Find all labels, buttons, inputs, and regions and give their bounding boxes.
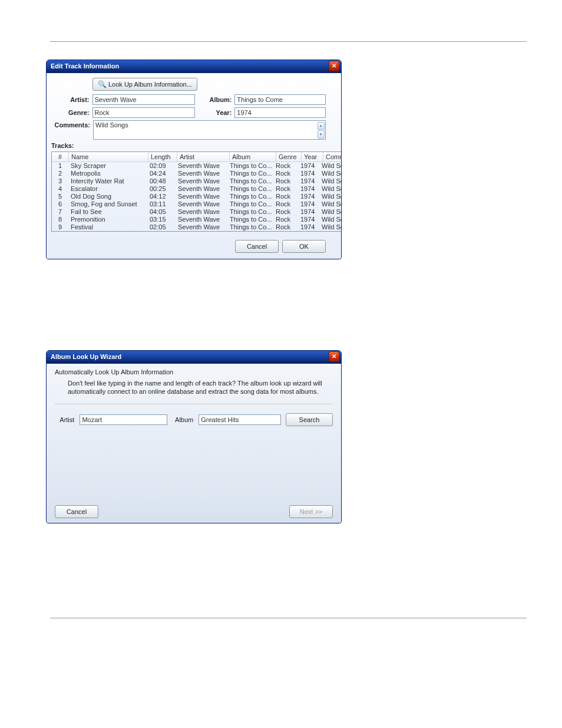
col-album[interactable]: Album [230, 152, 276, 162]
tracks-body[interactable]: 1Sky Scraper02:09Seventh WaveThings to C… [52, 162, 342, 231]
table-row[interactable]: 7Fail to See04:05Seventh WaveThings to C… [52, 208, 342, 216]
cell-year: 1974 [298, 223, 319, 231]
wizard-footer: Cancel Next >> [55, 505, 333, 518]
cancel-button[interactable]: Cancel [55, 505, 98, 518]
cancel-button[interactable]: Cancel [235, 240, 279, 253]
cell-name: Old Dog Song [68, 193, 147, 200]
page-divider-bottom [50, 618, 527, 618]
genre-value: Rock [95, 109, 110, 116]
close-button[interactable]: ✕ [329, 351, 339, 362]
cell-name: Escalator [68, 185, 147, 193]
cell-length: 00:25 [147, 185, 176, 193]
cell-artist: Seventh Wave [176, 170, 227, 177]
cell-comments: Wild Songs [319, 177, 342, 185]
tracks-grid[interactable]: # Name Length Artist Album Genre Year Co… [51, 151, 342, 232]
col-number[interactable]: # [52, 152, 69, 162]
cell-album: Things to Co... [227, 170, 273, 177]
cell-name: Intercity Water Rat [68, 177, 147, 185]
cell-comments: Wild Songs [319, 162, 342, 170]
tracks-table-wrap: # Name Length Artist Album Genre Year Co… [51, 151, 326, 232]
next-button[interactable]: Next >> [289, 505, 333, 518]
cell-year: 1974 [298, 162, 319, 170]
genre-label: Genre: [51, 109, 92, 116]
table-row[interactable]: 8Premonition03:15Seventh WaveThings to C… [52, 216, 342, 223]
lookup-album-info-button[interactable]: 🔍 Look Up Album Information... [92, 78, 197, 91]
cell-genre: Rock [273, 216, 298, 223]
table-row[interactable]: 5Old Dog Song04:12Seventh WaveThings to … [52, 193, 342, 200]
scroll-up-icon[interactable]: ▲ [318, 122, 325, 130]
artist-value: Mozart [82, 416, 102, 423]
cell-album: Things to Co... [227, 200, 273, 208]
ok-button[interactable]: OK [282, 240, 326, 253]
album-lookup-wizard-dialog: Album Look Up Wizard ✕ Automatically Loo… [46, 350, 342, 523]
comments-label: Comments: [51, 120, 93, 129]
cell-album: Things to Co... [227, 216, 273, 223]
cell-length: 00:48 [147, 177, 176, 185]
cell-artist: Seventh Wave [176, 193, 227, 200]
genre-input[interactable]: Rock [92, 107, 195, 118]
titlebar[interactable]: Edit Track Information ✕ [47, 60, 341, 72]
magnifier-icon: 🔍 [98, 80, 106, 88]
year-value: 1974 [237, 109, 251, 116]
artist-value: Seventh Wave [95, 96, 137, 103]
cell-comments: Wild Songs [319, 216, 342, 223]
cell-comments: Wild Songs [319, 193, 342, 200]
cell-name: Fail to See [68, 208, 147, 216]
scroll-down-icon[interactable]: ▼ [318, 130, 325, 139]
tracks-header[interactable]: # Name Length Artist Album Genre Year Co… [52, 152, 342, 162]
wizard-text: Don't feel like typing in the name and l… [68, 379, 327, 396]
edit-track-info-dialog: Edit Track Information ✕ 🔍 Look Up Album… [46, 60, 342, 259]
dialog-footer: Cancel OK [51, 240, 326, 253]
cell-genre: Rock [273, 185, 298, 193]
cell-album: Things to Co... [227, 185, 273, 193]
col-genre[interactable]: Genre [276, 152, 302, 162]
col-name[interactable]: Name [69, 152, 148, 162]
cell-genre: Rock [273, 193, 298, 200]
table-row[interactable]: 4Escalator00:25Seventh WaveThings to Co.… [52, 185, 342, 193]
wizard-divider [55, 404, 333, 405]
cell-length: 02:09 [147, 162, 176, 170]
cell-comments: Wild Songs [319, 223, 342, 231]
cell-length: 04:05 [147, 208, 176, 216]
cell-genre: Rock [273, 162, 298, 170]
comments-scroll[interactable]: ▲ ▼ [317, 121, 325, 139]
cell-comments: Wild Songs [319, 208, 342, 216]
cell-artist: Seventh Wave [176, 200, 227, 208]
cell-comments: Wild Songs [319, 200, 342, 208]
cell-album: Things to Co... [227, 177, 273, 185]
artist-input[interactable]: Mozart [80, 414, 167, 425]
comments-input[interactable]: Wild Songs ▲ ▼ [93, 120, 326, 140]
search-button[interactable]: Search [286, 413, 333, 426]
cell-name: Premonition [68, 216, 147, 223]
cell-year: 1974 [298, 200, 319, 208]
album-input[interactable]: Greatest Hits [199, 414, 281, 425]
cell-artist: Seventh Wave [176, 185, 227, 193]
cell-number: 6 [52, 200, 68, 208]
table-row[interactable]: 6Smog, Fog and Sunset03:11Seventh WaveTh… [52, 200, 342, 208]
cell-number: 8 [52, 216, 68, 223]
close-button[interactable]: ✕ [329, 61, 339, 71]
artist-label: Artist [55, 416, 77, 423]
cell-album: Things to Co... [227, 193, 273, 200]
tracks-label: Tracks: [51, 142, 326, 149]
titlebar[interactable]: Album Look Up Wizard ✕ [47, 351, 341, 363]
col-year[interactable]: Year [302, 152, 323, 162]
cell-name: Festival [68, 223, 147, 231]
album-input[interactable]: Things to Come [234, 94, 326, 105]
table-row[interactable]: 2Metropolis04:24Seventh WaveThings to Co… [52, 170, 342, 177]
table-row[interactable]: 1Sky Scraper02:09Seventh WaveThings to C… [52, 162, 342, 170]
cell-artist: Seventh Wave [176, 208, 227, 216]
year-input[interactable]: 1974 [234, 107, 326, 118]
cell-number: 5 [52, 193, 68, 200]
cell-artist: Seventh Wave [176, 177, 227, 185]
col-artist[interactable]: Artist [177, 152, 230, 162]
album-label: Album [170, 416, 196, 423]
col-length[interactable]: Length [148, 152, 177, 162]
table-row[interactable]: 3Intercity Water Rat00:48Seventh WaveThi… [52, 177, 342, 185]
wizard-heading: Automatically Look Up Album Information [55, 368, 333, 375]
cell-length: 04:12 [147, 193, 176, 200]
col-comments[interactable]: Comments [323, 152, 342, 162]
artist-input[interactable]: Seventh Wave [92, 94, 195, 105]
close-icon: ✕ [332, 354, 336, 360]
table-row[interactable]: 9Festival02:05Seventh WaveThings to Co..… [52, 223, 342, 231]
